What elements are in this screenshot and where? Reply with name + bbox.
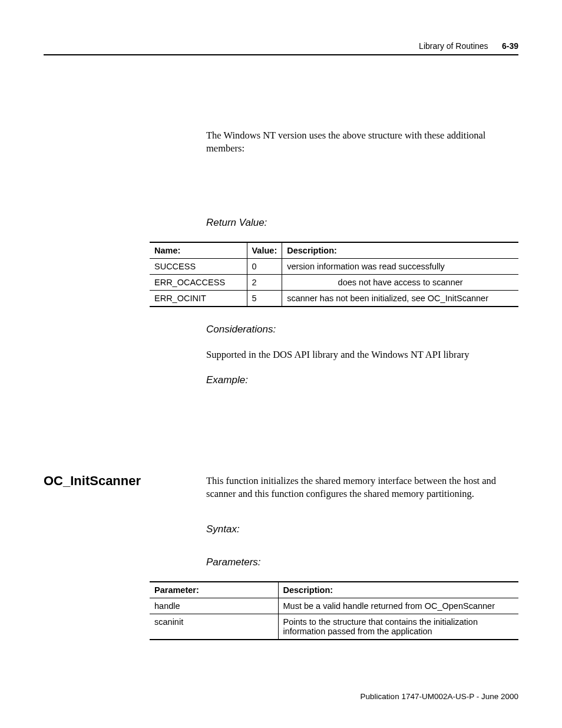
col-description: Description: — [278, 582, 518, 598]
table-row: ERR_OCACCESS 2 does not have access to s… — [150, 274, 518, 290]
col-value: Value: — [247, 242, 282, 259]
section-oc-initscanner: OC_InitScanner This function initializes… — [44, 386, 518, 568]
cell-desc: Points to the structure that contains th… — [278, 614, 518, 640]
cell-param: handle — [150, 598, 278, 614]
table-row: scaninit Points to the structure that co… — [150, 614, 518, 640]
considerations-block: Considerations: Supported in the DOS API… — [206, 307, 518, 386]
cell-name: ERR_OCACCESS — [150, 274, 247, 290]
col-name: Name: — [150, 242, 247, 259]
cell-value: 5 — [247, 290, 282, 307]
footer-publication: Publication 1747-UM002A-US-P - June 2000 — [361, 692, 518, 701]
col-desc: Description: — [282, 242, 518, 259]
page: Library of Routines 6-39 The Windows NT … — [0, 0, 562, 728]
table-row: handle Must be a valid handle returned f… — [150, 598, 518, 614]
table-header-row: Parameter: Description: — [150, 582, 518, 598]
cell-desc: does not have access to scanner — [282, 274, 518, 290]
considerations-heading: Considerations: — [206, 324, 518, 335]
cell-desc: scanner has not been initialized, see OC… — [282, 290, 518, 307]
parameters-heading: Parameters: — [206, 556, 518, 568]
cell-value: 0 — [247, 258, 282, 274]
section-heading: OC_InitScanner — [44, 473, 141, 489]
return-value-table-wrap: Name: Value: Description: SUCCESS 0 vers… — [150, 242, 518, 307]
return-value-heading: Return Value: — [206, 217, 518, 229]
col-parameter: Parameter: — [150, 582, 278, 598]
cell-name: ERR_OCINIT — [150, 290, 247, 307]
intro-paragraph: The Windows NT version uses the above st… — [206, 129, 518, 156]
header-title: Library of Routines — [419, 41, 488, 51]
cell-desc: Must be a valid handle returned from OC_… — [278, 598, 518, 614]
cell-param: scaninit — [150, 614, 278, 640]
running-header: Library of Routines 6-39 — [44, 41, 518, 55]
example-heading: Example: — [206, 374, 518, 386]
parameters-table: Parameter: Description: handle Must be a… — [150, 581, 518, 640]
table-row: SUCCESS 0 version information was read s… — [150, 258, 518, 274]
parameters-table-wrap: Parameter: Description: handle Must be a… — [150, 581, 518, 640]
syntax-heading: Syntax: — [206, 523, 518, 535]
table-header-row: Name: Value: Description: — [150, 242, 518, 259]
header-page-number: 6-39 — [502, 41, 518, 51]
cell-value: 2 — [247, 274, 282, 290]
cell-desc: version information was read successfull… — [282, 258, 518, 274]
intro-block: The Windows NT version uses the above st… — [206, 55, 518, 229]
cell-name: SUCCESS — [150, 258, 247, 274]
section-description: This function initializes the shared mem… — [206, 475, 518, 501]
return-value-table: Name: Value: Description: SUCCESS 0 vers… — [150, 242, 518, 307]
considerations-text: Supported in the DOS API library and the… — [206, 348, 518, 361]
table-row: ERR_OCINIT 5 scanner has not been initia… — [150, 290, 518, 307]
